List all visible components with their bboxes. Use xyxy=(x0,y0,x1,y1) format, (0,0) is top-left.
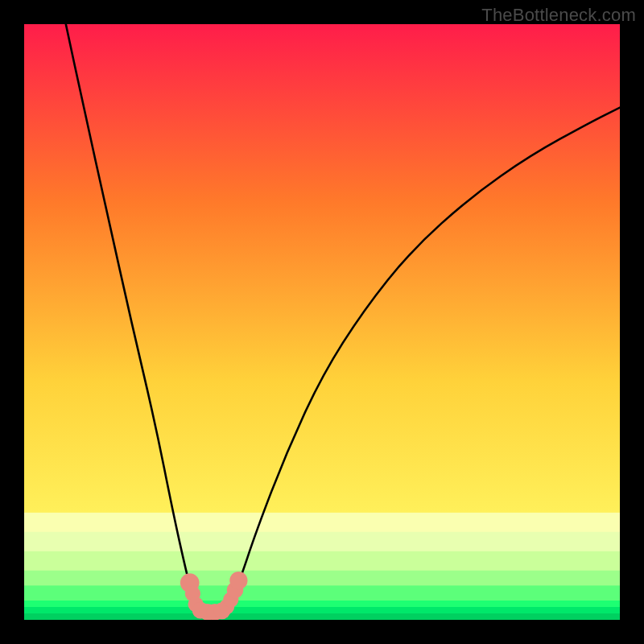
svg-rect-6 xyxy=(24,607,620,614)
source-watermark: TheBottleneck.com xyxy=(481,5,636,26)
svg-rect-4 xyxy=(24,585,620,601)
bottleneck-chart xyxy=(24,24,620,620)
svg-rect-2 xyxy=(24,551,620,572)
curve-marker xyxy=(229,572,247,589)
svg-rect-5 xyxy=(24,601,620,608)
image-frame: TheBottleneck.com xyxy=(0,0,644,644)
svg-rect-1 xyxy=(24,532,620,552)
svg-rect-8 xyxy=(24,613,620,620)
floor-bands xyxy=(24,513,620,620)
svg-rect-0 xyxy=(24,513,620,533)
svg-rect-3 xyxy=(24,571,620,587)
